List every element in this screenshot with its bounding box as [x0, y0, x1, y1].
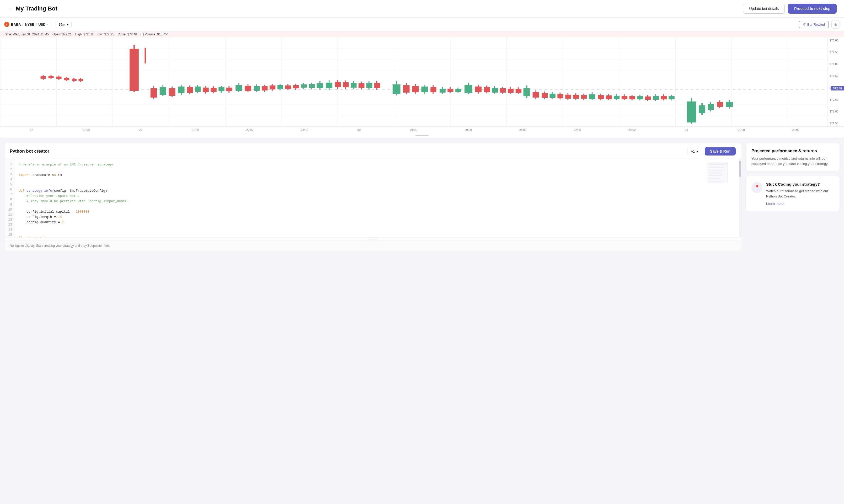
time-2100-2: 21:00 [496, 128, 550, 131]
ln-11: 11 [4, 212, 15, 217]
code-content[interactable]: # Here's an example of an EMA Crossover … [15, 159, 739, 237]
ln-5: 5 [4, 182, 15, 187]
ln-2: 2 [4, 167, 15, 172]
proceed-next-step-button[interactable]: Proceed to next step [788, 4, 837, 14]
currency-divider: / [36, 22, 37, 26]
ln-12: 12 [4, 217, 15, 222]
ln-15: 15 [4, 233, 15, 237]
time-29: 29 [113, 128, 168, 131]
learn-more-link[interactable]: Learn more [766, 202, 784, 205]
time-axis: 27 01:00 29 21:00 22:00 23:00 30 01:00 2… [0, 126, 844, 133]
version-selector[interactable]: v1 ▾ [687, 148, 702, 155]
chart-section: A BABA / NYSE / USD › 15m ▾ ↺ Bar Rewind… [0, 18, 844, 139]
code-thumbnail [707, 162, 728, 183]
code-drag-bar [367, 239, 378, 239]
code-line-3: import tradomate as tm [19, 173, 735, 178]
page-title: My Trading Bot [16, 5, 57, 12]
svg-rect-0 [0, 37, 844, 126]
time-2200-1: 22:00 [223, 128, 277, 131]
code-line-13 [19, 225, 735, 230]
logs-area: No logs to display. Start creating your … [4, 240, 741, 251]
time-2100-1: 21:00 [168, 128, 222, 131]
save-run-button[interactable]: Save & Run [705, 147, 736, 156]
stuck-description: Watch our tutorials to get started with … [766, 188, 834, 199]
symbol-divider: / [22, 22, 23, 26]
code-line-2 [19, 167, 735, 173]
code-panel-actions: v1 ▾ Save & Run [687, 147, 736, 156]
time-0100-2: 01:00 [386, 128, 441, 131]
ln-8: 8 [4, 197, 15, 202]
code-line-4 [19, 178, 735, 183]
timeframe-chevron-icon: ▾ [67, 22, 69, 26]
code-line-9 [19, 204, 735, 209]
line-numbers: 1 2 3 4 5 6 7 8 9 10 11 12 13 14 15 [4, 159, 15, 237]
bar-rewind-button[interactable]: ↺ Bar Rewind [799, 21, 829, 28]
code-line-5 [19, 183, 735, 188]
version-label: v1 [691, 149, 695, 154]
scrollbar-vertical[interactable] [739, 159, 741, 237]
symbol-chevron-icon: › [47, 23, 48, 26]
code-panel-title: Python bot creator [10, 149, 49, 154]
header-right: Update bot details Proceed to next step [743, 4, 837, 14]
time-0100-3: 01:00 [714, 128, 769, 131]
code-editor[interactable]: 1 2 3 4 5 6 7 8 9 10 11 12 13 14 15 # He… [4, 159, 741, 237]
ohlcv-low: Low: $72.21 [97, 33, 114, 36]
exchange-label: NYSE [25, 22, 34, 26]
chart-svg [0, 37, 844, 126]
volume-toggle[interactable] [141, 33, 144, 36]
bottom-section: Python bot creator v1 ▾ Save & Run 1 2 3… [0, 139, 844, 255]
volume-checkbox[interactable]: Volume: 918,754 [141, 33, 168, 36]
price-level-1: $75.00 [830, 39, 842, 42]
price-level-2: $74.50 [830, 51, 842, 54]
chart-resize-handle[interactable] [0, 133, 844, 138]
code-line-11: config.length = 14 [19, 215, 735, 220]
performance-card: Projected performance & returns Your per… [746, 143, 840, 172]
time-2200-2: 22:00 [550, 128, 605, 131]
ln-4: 4 [4, 177, 15, 182]
code-line-1: # Here's an example of an EMA Crossover … [19, 162, 735, 167]
stuck-title: Stuck Coding your strategy? [766, 182, 834, 186]
ln-1: 1 [4, 162, 15, 167]
price-level-3: $74.00 [830, 62, 842, 66]
time-2000-1: 20:00 [441, 128, 496, 131]
performance-title: Projected performance & returns [751, 149, 834, 154]
ohlcv-high: High: $72.58 [75, 33, 93, 36]
code-line-10: config.initial_capital = 1000000 [19, 209, 735, 215]
symbol-label: BABA [11, 22, 21, 26]
candlestick-chart[interactable]: $75.00 $74.50 $74.00 $73.50 $73.00 $72.5… [0, 37, 844, 126]
code-line-8: # They should be prefixed with `config.<… [19, 199, 735, 204]
time-2300-1: 23:00 [277, 128, 332, 131]
right-panel: Projected performance & returns Your per… [746, 143, 840, 251]
performance-description: Your performance metrics and returns inf… [751, 156, 834, 166]
price-level-6: $72.50 [830, 98, 842, 101]
ln-9: 9 [4, 202, 15, 208]
ln-10: 10 [4, 208, 15, 212]
bar-rewind-label: Bar Rewind [807, 22, 825, 26]
update-bot-details-button[interactable]: Update bot details [743, 4, 785, 14]
price-axis: $75.00 $74.50 $74.00 $73.50 $73.00 $72.5… [827, 37, 844, 126]
code-line-15: @tm.strategy() [19, 235, 735, 237]
chart-ohlcv-bar: Time: Wed, Jan 31, 2024, 20:45 Open: $72… [0, 32, 844, 37]
bar-rewind-icon: ↺ [803, 22, 806, 26]
back-button[interactable]: ← [7, 6, 13, 11]
svg-rect-151 [707, 162, 728, 183]
stuck-card: 📍 Stuck Coding your strategy? Watch our … [746, 176, 840, 211]
timeframe-selector[interactable]: 15m ▾ [56, 21, 71, 28]
volume-label: Volume: 918,754 [145, 33, 168, 36]
ln-14: 14 [4, 227, 15, 232]
ln-6: 6 [4, 187, 15, 192]
time-30: 30 [332, 128, 386, 131]
ohlcv-time: Time: Wed, Jan 31, 2024, 20:45 [4, 33, 49, 36]
symbol-info[interactable]: A BABA / NYSE / USD › [4, 22, 48, 27]
time-2000-2: 20:00 [769, 128, 823, 131]
crosshair-button[interactable]: ⊕ [831, 20, 840, 29]
currency-label: USD [38, 22, 46, 26]
header-left: ← My Trading Bot [7, 5, 57, 12]
time-31: 31 [659, 128, 714, 131]
time-0100-1: 01:00 [59, 128, 113, 131]
code-line-6: def strategy_info(config: tm.TradomateCo… [19, 188, 735, 194]
code-line-7: # Provide your inputs here. [19, 194, 735, 199]
price-level-4: $73.50 [830, 74, 842, 77]
code-resize-handle[interactable] [4, 237, 741, 240]
stuck-content: Stuck Coding your strategy? Watch our tu… [766, 182, 834, 205]
